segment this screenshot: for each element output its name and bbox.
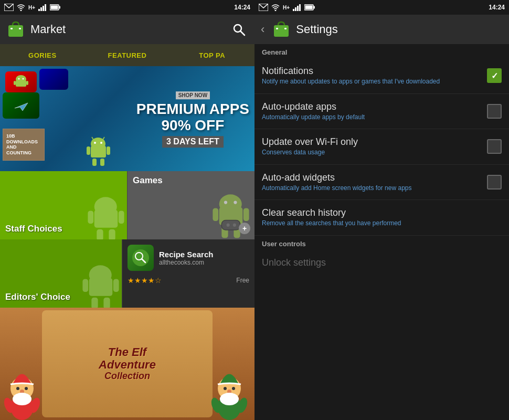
status-icons-left: H+ (4, 4, 60, 11)
staff-android (82, 192, 127, 239)
svg-rect-44 (221, 220, 240, 229)
market-bag-icon (6, 20, 25, 39)
svg-rect-21 (91, 146, 106, 158)
recipe-url: allthecooks.com (159, 259, 213, 266)
recipe-stars: ★★★★☆ (128, 276, 162, 285)
android-icon (13, 74, 29, 90)
clear-search-title: Clear search history (262, 207, 502, 218)
wifi-update-text: Update over Wi-Fi only Conserves data us… (262, 136, 482, 157)
right-signal-icon (293, 4, 301, 11)
svg-point-46 (233, 224, 236, 227)
tab-categories[interactable]: GORIES (0, 44, 85, 66)
grid-row-1: Staff Choices + Games (0, 171, 254, 239)
wifi-update-title: Update over Wi-Fi only (262, 136, 482, 148)
auto-update-checkbox[interactable]: ✓ (487, 104, 502, 119)
svg-rect-80 (305, 6, 313, 9)
svg-point-66 (224, 387, 227, 390)
wifi-update-desc: Conserves data usage (262, 149, 482, 157)
svg-rect-10 (10, 28, 13, 29)
svg-rect-11 (19, 28, 21, 29)
wifi-update-checkbox[interactable]: ✓ (487, 139, 502, 154)
elf-scroll: The Elf Adventure Collection (42, 310, 213, 417)
notifications-desc: Notify me about updates to apps or games… (262, 78, 482, 86)
settings-content: General Notifications Notify me about up… (254, 44, 509, 420)
search-button[interactable] (229, 20, 248, 39)
settings-title: Settings (296, 23, 338, 36)
left-top-bar: Market (0, 15, 254, 44)
recipe-info-row: Recipe Search allthecooks.com (128, 245, 249, 271)
right-panel: H+ 14:24 ‹ Settings General (254, 0, 509, 420)
elf-banner: The Elf Adventure Collection (0, 308, 254, 420)
svg-rect-4 (43, 6, 44, 11)
svg-point-27 (100, 142, 102, 144)
widgets-text: Auto-add widgets Automatically add Home … (262, 172, 482, 193)
right-battery-icon (304, 4, 315, 10)
widgets-setting[interactable]: Auto-add widgets Automatically add Home … (254, 165, 509, 201)
svg-point-53 (132, 249, 149, 266)
right-clock: 14:24 (489, 4, 505, 11)
editors-choice-cell[interactable]: Editors' Choice (0, 239, 122, 308)
editors-choice-label: Editors' Choice (5, 292, 70, 302)
svg-rect-79 (314, 6, 315, 9)
svg-rect-83 (284, 28, 287, 29)
nav-tabs: GORIES FEATURED TOP PA (0, 44, 254, 66)
svg-rect-15 (16, 80, 26, 87)
wifi-update-setting[interactable]: Update over Wi-Fi only Conserves data us… (254, 129, 509, 165)
notifications-setting[interactable]: Notifications Notify me about updates to… (254, 58, 509, 94)
svg-rect-76 (297, 6, 299, 11)
svg-point-67 (232, 387, 235, 390)
svg-point-26 (94, 142, 96, 144)
unlock-settings-title: Unlock settings (262, 257, 502, 268)
notifications-checkbox[interactable]: ✓ (487, 68, 502, 83)
svg-point-18 (18, 78, 20, 80)
recipe-footer: ★★★★☆ Free (128, 276, 249, 285)
general-section-header: General (254, 44, 509, 58)
svg-point-45 (227, 224, 230, 227)
svg-rect-48 (89, 278, 113, 296)
widgets-title: Auto-add widgets (262, 172, 482, 183)
notifications-checkmark: ✓ (491, 71, 498, 81)
clear-search-setting[interactable]: Clear search history Remove all the sear… (254, 200, 509, 236)
svg-rect-34 (97, 229, 103, 239)
mail-icon (4, 4, 14, 11)
svg-rect-3 (40, 7, 42, 11)
games-label: Games (133, 175, 163, 186)
auto-update-setting[interactable]: Auto-update apps Automatically update ap… (254, 94, 509, 130)
staff-choices-cell[interactable]: Staff Choices (0, 171, 127, 239)
svg-rect-31 (94, 210, 118, 228)
elf-right-figure (210, 362, 249, 420)
editors-android (77, 260, 122, 308)
svg-rect-5 (45, 4, 46, 11)
svg-rect-81 (274, 25, 289, 37)
svg-rect-75 (295, 7, 296, 11)
unlock-settings-item[interactable]: Unlock settings (254, 250, 509, 276)
svg-rect-22 (87, 146, 90, 155)
svg-rect-49 (82, 279, 88, 292)
settings-top-bar: ‹ Settings (254, 15, 509, 44)
auto-update-title: Auto-update apps (262, 101, 482, 112)
tab-featured[interactable]: FEATURED (85, 44, 170, 66)
elf-left-figure (3, 362, 42, 420)
back-button[interactable]: ‹ (261, 23, 264, 36)
grid-row-2: Editors' Choice Recipe Search allthecook… (0, 239, 254, 308)
recipe-cell[interactable]: Recipe Search allthecooks.com ★★★★☆ Free (122, 239, 254, 308)
right-wifi-icon (271, 4, 280, 11)
market-title: Market (30, 23, 224, 36)
banner-text: SHOP NOW PREMIUM APPS 90% OFF 3 DAYS LEF… (136, 90, 249, 148)
svg-rect-35 (109, 229, 115, 239)
auto-update-text: Auto-update apps Automatically update ap… (262, 101, 482, 122)
svg-rect-74 (293, 9, 294, 11)
promo-banner: 10B DOWNLOADS AND COUNTING SHOP NOW PREM… (0, 66, 254, 171)
tab-top-paid[interactable]: TOP PA (169, 44, 254, 66)
games-cell[interactable]: + Games (128, 171, 254, 239)
svg-rect-33 (119, 211, 124, 224)
search-icon (232, 23, 246, 36)
recipe-search-icon (132, 249, 150, 267)
svg-rect-32 (88, 211, 93, 224)
elf-right (210, 308, 252, 420)
svg-rect-8 (51, 6, 58, 9)
svg-rect-38 (213, 208, 218, 221)
svg-rect-17 (26, 81, 28, 85)
wifi-icon (17, 4, 25, 11)
widgets-checkbox[interactable]: ✓ (487, 175, 502, 190)
